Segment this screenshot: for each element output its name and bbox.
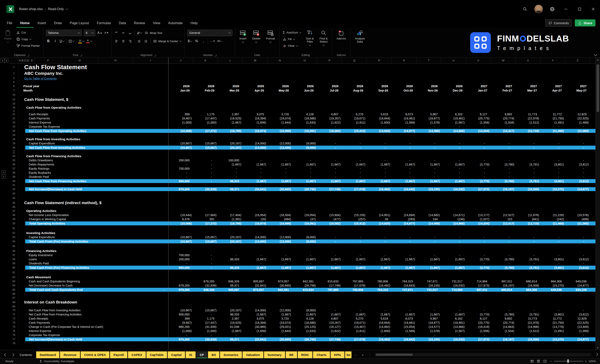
row-header-69[interactable]: 69 — [9, 305, 19, 308]
row-header-63[interactable]: 63 — [9, 279, 19, 283]
cell-K72[interactable]: 1,175 — [193, 317, 218, 320]
cell-V36[interactable]: (3,770) — [466, 163, 491, 166]
sheet-tab-cf[interactable]: CF — [196, 351, 207, 358]
cell-M7[interactable]: Apr-26 — [243, 89, 268, 92]
cell-W75[interactable]: (1,534) — [491, 329, 516, 333]
cell-V25[interactable]: (14,204) — [466, 129, 491, 133]
cell-X7[interactable]: Mar-27 — [516, 89, 541, 92]
cell-P57[interactable]: - — [317, 254, 342, 257]
cell-Y60[interactable]: (3,801) — [541, 266, 565, 269]
cell-J59[interactable]: - — [169, 262, 193, 265]
cell-N39[interactable]: - — [268, 175, 292, 179]
minimize-button[interactable] — [559, 0, 573, 18]
sheet-tab-contents[interactable]: Contents — [16, 351, 36, 358]
cell-N6[interactable]: 2026 — [268, 84, 292, 88]
outline-expand-button-2[interactable]: + — [2, 175, 6, 179]
cell-J72[interactable]: 399 — [169, 317, 193, 320]
cell-U36[interactable]: (1,667) — [441, 163, 466, 166]
cell-S49[interactable]: (283) — [392, 218, 417, 221]
cell-S37[interactable]: - — [392, 167, 417, 170]
cell-L58[interactable]: 98,333 — [218, 258, 243, 261]
cell-R70[interactable]: - — [367, 309, 392, 312]
cell-N60[interactable]: (1,667) — [268, 266, 292, 269]
row-header-19[interactable]: 19 — [9, 110, 19, 112]
page-layout-view-icon[interactable] — [537, 359, 540, 363]
row-header-31[interactable]: 31 — [9, 150, 19, 152]
cell-S39[interactable]: - — [392, 175, 417, 179]
cell-X29[interactable]: - — [516, 142, 541, 145]
more-sheets-button[interactable]: ··· — [352, 351, 359, 358]
cell-R76[interactable]: - — [367, 333, 392, 337]
cell-T50[interactable]: (14,488) — [417, 222, 441, 225]
cell-Z60[interactable]: (3,812) — [565, 266, 590, 269]
cell-K65[interactable]: 846,326 — [193, 288, 218, 291]
cell-Z57[interactable]: - — [565, 254, 590, 257]
cell-U38[interactable]: - — [441, 171, 466, 174]
cell-N35[interactable]: - — [268, 159, 292, 162]
presence-button[interactable] — [545, 0, 559, 18]
cell-label-30[interactable]: Net Cash Flow from Investing Activities — [19, 146, 169, 149]
cell-O57[interactable]: - — [292, 254, 317, 257]
font-dialog-launcher[interactable] — [80, 54, 82, 56]
cell-K50[interactable]: (17,272) — [193, 222, 218, 225]
cell-Z21[interactable]: 12,929 — [565, 113, 590, 116]
sheet-tab-charts[interactable]: Charts — [313, 351, 330, 358]
cell-label-33[interactable]: Cash Flow from Financing Activities — [19, 154, 169, 158]
cell-S30[interactable]: - — [392, 146, 417, 149]
sheet-tab-cogs-opex[interactable]: COGS & OPEX — [81, 351, 109, 358]
cell-Q25[interactable]: (15,412) — [342, 129, 367, 133]
cell-K25[interactable]: (17,272) — [193, 129, 218, 133]
cell-J36[interactable]: - — [169, 163, 193, 166]
ribbon-tab-home[interactable]: Home — [16, 18, 34, 28]
cell-M58[interactable]: (1,667) — [243, 258, 268, 261]
cell-U29[interactable]: - — [441, 142, 466, 145]
cell-P22[interactable]: (19,267) — [317, 117, 342, 120]
ribbon-tab-help[interactable]: Help — [187, 18, 202, 28]
cell-J60[interactable]: 900,000 — [169, 266, 193, 269]
cell-label-14[interactable]: Cash Flow Statement, $ — [19, 97, 169, 102]
row-header-44[interactable]: 44 — [9, 196, 19, 200]
cell-W36[interactable]: (3,780) — [491, 163, 516, 166]
column-header-O[interactable]: O — [292, 57, 317, 64]
cell-N23[interactable]: (1,644) — [268, 121, 292, 124]
cell-Z37[interactable]: - — [565, 167, 590, 170]
cell-U74[interactable]: (14,966) — [441, 325, 466, 328]
cell-Z40[interactable]: (3,812) — [565, 180, 590, 183]
cell-Q37[interactable]: - — [342, 167, 367, 170]
cell-W59[interactable]: - — [491, 262, 516, 265]
cell-Q39[interactable]: - — [342, 175, 367, 179]
cell-U22[interactable]: (19,461) — [441, 117, 466, 120]
cell-Y6[interactable]: 2027 — [541, 84, 565, 88]
cell-Q65[interactable]: 780,806 — [342, 288, 367, 291]
cell-label-6[interactable]: Fiscal year — [19, 84, 169, 88]
cell-U40[interactable]: (1,667) — [441, 180, 466, 183]
copy-button[interactable]: Copy — [16, 36, 41, 42]
cell-U73[interactable]: (19,461) — [441, 321, 466, 324]
cell-S65[interactable]: 747,671 — [392, 288, 417, 291]
cell-Y77[interactable]: (15,270) — [541, 338, 565, 341]
cell-X25[interactable]: (12,718) — [516, 129, 541, 133]
cell-O7[interactable]: Jun-26 — [292, 89, 317, 92]
sheet-tab-summary[interactable]: Summary — [264, 351, 285, 358]
cell-L37[interactable]: - — [218, 167, 243, 170]
sheet-tab-captable[interactable]: CapTable — [146, 351, 167, 358]
cell-M48[interactable]: (16,954) — [243, 213, 268, 217]
cell-K54[interactable]: (15,667) — [193, 240, 218, 243]
cell-Q76[interactable]: - — [342, 333, 367, 337]
cell-P25[interactable]: (16,082) — [317, 129, 342, 133]
cell-S36[interactable]: (1,667) — [392, 163, 417, 166]
cell-Y25[interactable]: (11,468) — [541, 129, 565, 133]
ribbon-tab-review[interactable]: Review — [130, 18, 149, 28]
cell-Z75[interactable]: (1,469) — [565, 329, 590, 333]
normal-view-icon[interactable] — [530, 359, 534, 363]
column-header-J[interactable]: J — [168, 57, 193, 64]
cell-K60[interactable]: - — [193, 266, 218, 269]
cell-M71[interactable]: (1,667) — [243, 313, 268, 316]
cell-P53[interactable]: - — [317, 236, 342, 239]
row-header-58[interactable]: 58 — [9, 257, 19, 261]
decrease-decimal-button[interactable]: .00→ — [217, 38, 223, 44]
row-header-35[interactable]: 35 — [9, 158, 19, 162]
cell-N38[interactable]: - — [268, 171, 292, 174]
cell-L72[interactable]: 2,397 — [218, 317, 243, 320]
cell-Z71[interactable]: (3,812) — [565, 313, 590, 316]
